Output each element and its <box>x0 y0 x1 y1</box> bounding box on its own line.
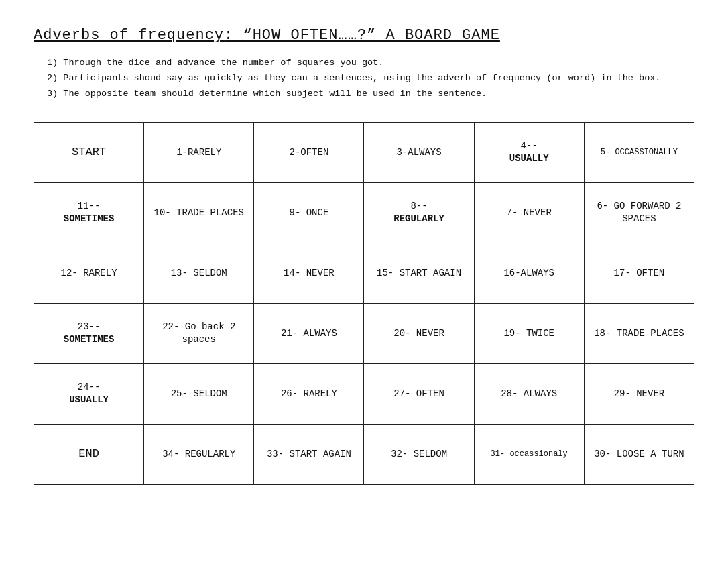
table-cell: 31- occassionaly <box>474 424 584 484</box>
table-cell: 16-ALWAYS <box>474 243 584 303</box>
table-cell: 17- OFTEN <box>584 243 694 303</box>
table-cell: 15- START AGAIN <box>364 243 474 303</box>
page-title: Adverbs of frequency: “HOW OFTEN……?” A B… <box>34 27 694 44</box>
table-cell: 21- ALWAYS <box>254 303 364 363</box>
table-cell: 28- ALWAYS <box>474 363 584 424</box>
table-cell: 34- REGULARLY <box>144 424 254 484</box>
table-cell: END <box>34 424 144 484</box>
table-row: START1-RARELY2-OFTEN3-ALWAYS4--USUALLY5-… <box>34 122 694 182</box>
table-cell: 8--REGULARLY <box>364 182 474 243</box>
table-cell: 5- OCCASSIONALLY <box>584 122 694 182</box>
table-cell: 13- SELDOM <box>144 243 254 303</box>
instruction-3: 3) The opposite team should determine wh… <box>47 87 677 102</box>
table-cell: 7- NEVER <box>474 182 584 243</box>
table-cell: 3-ALWAYS <box>364 122 474 182</box>
table-cell: 20- NEVER <box>364 303 474 363</box>
table-cell: 11--SOMETIMES <box>34 182 144 243</box>
table-cell: 23--SOMETIMES <box>34 303 144 363</box>
table-cell: 19- TWICE <box>474 303 584 363</box>
table-cell: 6- GO FORWARD 2 SPACES <box>584 182 694 243</box>
table-row: END34- REGULARLY33- START AGAIN32- SELDO… <box>34 424 694 484</box>
table-cell: 9- ONCE <box>254 182 364 243</box>
table-row: 23--SOMETIMES22- Go back 2 spaces21- ALW… <box>34 303 694 363</box>
table-cell: START <box>34 122 144 182</box>
table-cell: 2-OFTEN <box>254 122 364 182</box>
table-cell: 27- OFTEN <box>364 363 474 424</box>
table-row: 12- RARELY13- SELDOM14- NEVER15- START A… <box>34 243 694 303</box>
instruction-2: 2) Participants shoud say as quickly as … <box>47 71 677 87</box>
table-cell: 22- Go back 2 spaces <box>144 303 254 363</box>
instructions: 1) Through the dice and advance the numb… <box>34 56 677 102</box>
instruction-1: 1) Through the dice and advance the numb… <box>47 56 677 71</box>
table-cell: 32- SELDOM <box>364 424 474 484</box>
table-cell: 26- RARELY <box>254 363 364 424</box>
table-row: 24--USUALLY25- SELDOM26- RARELY27- OFTEN… <box>34 363 694 424</box>
table-cell: 10- TRADE PLACES <box>144 182 254 243</box>
table-cell: 14- NEVER <box>254 243 364 303</box>
table-row: 11--SOMETIMES10- TRADE PLACES9- ONCE8--R… <box>34 182 694 243</box>
table-cell: 4--USUALLY <box>474 122 584 182</box>
table-cell: 30- LOOSE A TURN <box>584 424 694 484</box>
table-cell: 29- NEVER <box>584 363 694 424</box>
table-cell: 12- RARELY <box>34 243 144 303</box>
table-cell: 24--USUALLY <box>34 363 144 424</box>
table-cell: 33- START AGAIN <box>254 424 364 484</box>
board-game-table: START1-RARELY2-OFTEN3-ALWAYS4--USUALLY5-… <box>34 122 694 485</box>
table-cell: 1-RARELY <box>144 122 254 182</box>
table-cell: 18- TRADE PLACES <box>584 303 694 363</box>
table-cell: 25- SELDOM <box>144 363 254 424</box>
